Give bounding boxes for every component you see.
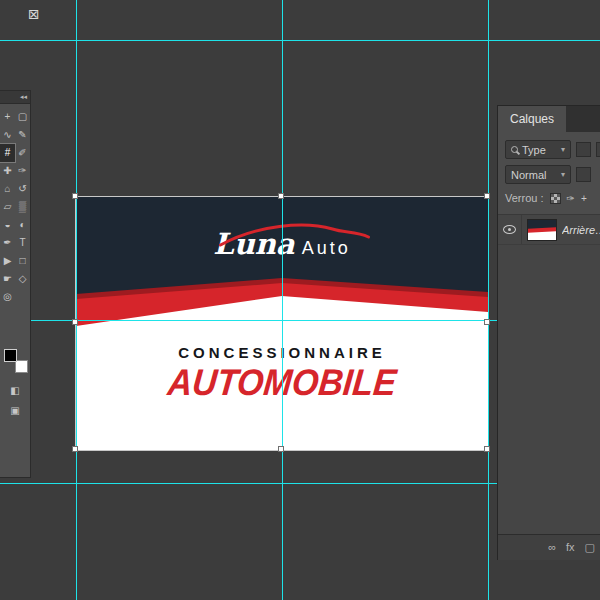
transform-handle-bottom-left[interactable] [72, 446, 78, 452]
transform-handle-mid-right[interactable] [484, 319, 490, 325]
color-swatches[interactable] [3, 348, 29, 374]
layer-style-fx-button[interactable]: fx [566, 542, 575, 553]
marquee-tool[interactable]: ▢ [15, 108, 30, 126]
lasso-tool[interactable]: ∿ [0, 126, 15, 144]
layers-panel-body: Type ▾ Normal ▾ Verrou : ✑ + [498, 132, 600, 534]
zoom-tool[interactable]: ◎ [0, 288, 15, 306]
clone-stamp-tool[interactable]: ⌂ [0, 180, 15, 198]
screen-mode-button[interactable]: ▣ [8, 402, 23, 420]
guide-vertical-left[interactable] [76, 0, 77, 600]
path-selection-tool[interactable]: ▶ [0, 252, 15, 270]
quick-mask-icon: ◧ [10, 386, 19, 396]
layers-panel-footer: ∞ fx ▢ [498, 534, 600, 560]
history-brush-tool[interactable]: ↺ [15, 180, 30, 198]
layer-mask-button[interactable]: ▢ [585, 542, 595, 553]
collapse-icon: ◂◂ [20, 93, 27, 101]
chevron-down-icon: ▾ [561, 145, 565, 154]
layer-row[interactable]: Arrière… [498, 215, 600, 245]
car-swoosh-icon [216, 219, 372, 249]
lock-position-icon[interactable]: + [581, 193, 587, 204]
blend-mode-value: Normal [511, 169, 546, 181]
transform-handle-mid-left[interactable] [72, 319, 78, 325]
lock-pixels-icon[interactable]: ✑ [567, 193, 575, 204]
layers-panel-tabs: Calques [498, 106, 600, 132]
filter-label: Type [522, 144, 546, 156]
toolbar-collapse-button[interactable]: ◂◂ [0, 91, 30, 104]
blend-mode-dropdown[interactable]: Normal ▾ [505, 165, 571, 184]
gradient-tool[interactable]: ▒ [15, 198, 30, 216]
layer-name: Arrière… [562, 224, 600, 236]
toolbar-bottom-buttons: ◧ ▣ [0, 382, 30, 420]
screen-mode-icon: ▣ [10, 406, 19, 416]
photoshop-workspace: ⊠ LunaAuto CONCESSIONNAIRE AUTOMOBILE ◂◂ [0, 0, 600, 600]
rotate-view-tool[interactable]: ◇ [15, 270, 30, 288]
layer-thumbnail[interactable] [528, 220, 556, 240]
reference-point-icon: ⊠ [28, 6, 40, 22]
transform-handle-top-center[interactable] [278, 193, 284, 199]
filter-toggle-button[interactable] [596, 142, 600, 157]
eyedropper-tool[interactable]: ✐ [15, 144, 30, 162]
brush-tool[interactable]: ✑ [15, 162, 30, 180]
transform-handle-bottom-center[interactable] [278, 446, 284, 452]
lock-label: Verrou : [505, 192, 544, 204]
dodge-tool[interactable]: ◐ [15, 216, 30, 234]
transform-handle-top-left[interactable] [72, 193, 78, 199]
move-tool[interactable]: + [0, 108, 15, 126]
tools-panel: ◂◂ + ▢ ∿ ✎ # [0, 90, 31, 478]
layer-list: Arrière… [498, 214, 600, 534]
lock-transparency-icon[interactable] [550, 193, 561, 204]
thumb-red-stripe [528, 227, 556, 232]
link-layers-icon[interactable]: ∞ [548, 542, 556, 553]
guide-horizontal-top[interactable] [0, 40, 600, 41]
search-icon [511, 146, 518, 153]
blur-tool[interactable]: ◒ [0, 216, 15, 234]
visibility-toggle[interactable] [498, 215, 522, 244]
transform-handle-bottom-right[interactable] [484, 446, 490, 452]
eye-icon [503, 225, 516, 234]
tab-calques[interactable]: Calques [498, 106, 566, 132]
type-tool[interactable]: T [15, 234, 30, 252]
filter-kind-button[interactable] [576, 142, 591, 157]
crop-tool[interactable]: # [0, 144, 15, 162]
guide-vertical-center[interactable] [282, 0, 283, 600]
quick-mask-button[interactable]: ◧ [8, 382, 23, 400]
eraser-tool[interactable]: ▱ [0, 198, 15, 216]
foreground-color-swatch[interactable] [4, 349, 17, 362]
tool-grid: + ▢ ∿ ✎ # ✐ [0, 108, 30, 306]
healing-brush-tool[interactable]: ✚ [0, 162, 15, 180]
layers-panel: Calques Type ▾ Normal ▾ Verrou : [497, 105, 600, 560]
quick-selection-tool[interactable]: ✎ [15, 126, 30, 144]
hand-tool[interactable]: ☛ [0, 270, 15, 288]
chevron-down-icon: ▾ [561, 170, 565, 179]
pen-tool[interactable]: ✒ [0, 234, 15, 252]
layer-filter-dropdown[interactable]: Type ▾ [505, 140, 571, 159]
shape-tool[interactable]: □ [15, 252, 30, 270]
guide-vertical-right[interactable] [488, 0, 489, 600]
opacity-field-stub[interactable] [576, 167, 591, 182]
transform-handle-top-right[interactable] [484, 193, 490, 199]
